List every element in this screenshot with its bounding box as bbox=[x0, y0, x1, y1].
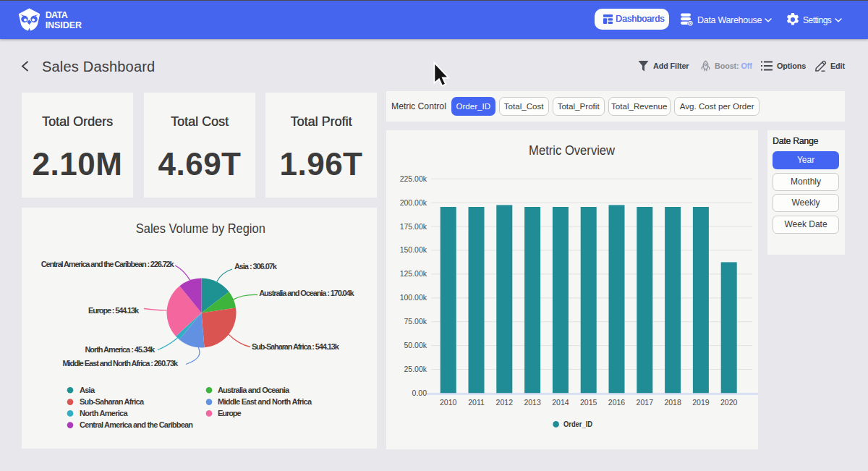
svg-text:2016: 2016 bbox=[608, 398, 626, 407]
svg-text:50.00k: 50.00k bbox=[404, 341, 427, 349]
svg-text:Middle East and North Africa :: Middle East and North Africa : 260.73k bbox=[63, 359, 179, 368]
svg-text:2013: 2013 bbox=[524, 398, 541, 407]
svg-text:2010: 2010 bbox=[440, 398, 457, 407]
svg-text:75.00k: 75.00k bbox=[404, 317, 427, 326]
svg-text:Europe : 544.13k: Europe : 544.13k bbox=[88, 306, 140, 315]
svg-text:200.00k: 200.00k bbox=[400, 198, 427, 207]
svg-text:Australia and Oceania : 170.04: Australia and Oceania : 170.04k bbox=[259, 289, 354, 297]
svg-text:100.00k: 100.00k bbox=[400, 293, 427, 302]
svg-text:2012: 2012 bbox=[496, 398, 514, 407]
svg-text:2018: 2018 bbox=[664, 398, 681, 407]
svg-text:2017: 2017 bbox=[637, 398, 654, 407]
svg-text:25.00k: 25.00k bbox=[404, 365, 427, 373]
svg-text:Sub-Saharan Africa : 544.13k: Sub-Saharan Africa : 544.13k bbox=[252, 342, 340, 351]
svg-text:North America: North America bbox=[80, 409, 128, 417]
svg-text:Asia: Asia bbox=[80, 386, 95, 394]
svg-text:Australia and Oceania: Australia and Oceania bbox=[218, 386, 290, 394]
svg-text:0.00: 0.00 bbox=[412, 389, 427, 397]
svg-text:North America : 45.34k: North America : 45.34k bbox=[85, 345, 156, 354]
svg-text:125.00k: 125.00k bbox=[400, 269, 427, 278]
svg-text:2019: 2019 bbox=[692, 398, 710, 407]
svg-text:2020: 2020 bbox=[720, 398, 738, 407]
svg-text:2011: 2011 bbox=[468, 398, 485, 407]
svg-text:Sales Volume by Region: Sales Volume by Region bbox=[136, 221, 265, 236]
svg-text:DATA: DATA bbox=[46, 10, 68, 20]
svg-text:Order_ID: Order_ID bbox=[563, 420, 592, 428]
svg-text:Sub-Saharan Africa: Sub-Saharan Africa bbox=[80, 397, 145, 406]
svg-text:2014: 2014 bbox=[552, 398, 569, 407]
svg-text:Asia : 306.07k: Asia : 306.07k bbox=[234, 262, 278, 271]
svg-text:Central America and the Caribb: Central America and the Caribbean bbox=[80, 420, 193, 429]
svg-text:175.00k: 175.00k bbox=[400, 222, 427, 231]
svg-text:2015: 2015 bbox=[580, 398, 597, 407]
svg-text:Central America and the Caribb: Central America and the Caribbean : 226.… bbox=[41, 260, 175, 268]
svg-text:Europe: Europe bbox=[218, 409, 242, 417]
svg-text:Metric Overview: Metric Overview bbox=[529, 143, 615, 158]
svg-text:225.00k: 225.00k bbox=[400, 174, 427, 183]
svg-text:INSIDER: INSIDER bbox=[46, 20, 82, 30]
svg-text:Middle East and North Africa: Middle East and North Africa bbox=[218, 397, 312, 406]
svg-text:150.00k: 150.00k bbox=[400, 245, 427, 254]
